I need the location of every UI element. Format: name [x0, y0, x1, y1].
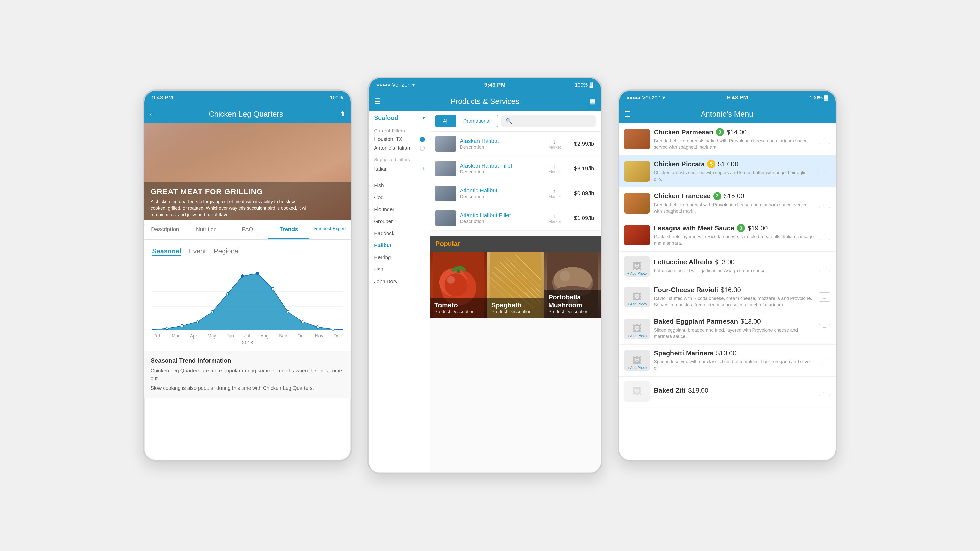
filter-btn-promotional[interactable]: Promotional [456, 115, 498, 127]
chart-tab-event[interactable]: Event [189, 247, 206, 256]
product-row-2[interactable]: Atlantic Halibut Description ↑ Market $0… [430, 181, 601, 206]
sidebar-item-john-dory[interactable]: John Dory [369, 275, 430, 287]
suggested-italian[interactable]: Italian + [374, 164, 425, 174]
sidebar-item-haddock[interactable]: Haddock [369, 227, 430, 240]
sidebar-item-herring[interactable]: Herring [369, 251, 430, 264]
tomato-overlay: Tomato Product Description [430, 298, 487, 318]
menu-photo-placeholder-5: 🖼 + Add Photo [624, 287, 650, 307]
phone2-time: 9:43 PM [484, 82, 505, 88]
tab-trends[interactable]: Trends [268, 221, 310, 239]
menu-name-row-4: Fettuccine Alfredo $13.00 [654, 258, 815, 266]
menu-desc-4: Fettuccine tossed with garlic in an Asia… [654, 268, 815, 274]
svg-point-20 [445, 273, 468, 297]
share-icon[interactable]: ⬆ [340, 110, 345, 118]
phone3-carrier: ●●●●● Verizon ▾ [627, 94, 665, 101]
menu-action-btn-3[interactable]: □ [819, 230, 830, 240]
svg-point-6 [181, 324, 183, 327]
menu-action-btn-1[interactable]: □ [819, 167, 830, 176]
svg-point-9 [226, 292, 229, 295]
tab-nutrition[interactable]: Nutrition [186, 221, 227, 239]
menu-info-0: Chicken Parmesan 3 $14.00 Breaded chicke… [654, 128, 815, 151]
menu-action-btn-0[interactable]: □ [819, 135, 830, 144]
chart-tab-regional[interactable]: Regional [213, 247, 240, 256]
product-row-3[interactable]: Atlantic Halibut Fillet Description ↑ Ma… [430, 206, 601, 230]
menu-item-6[interactable]: 🖼 + Add Photo Baked-Eggplant Parmesan $1… [619, 313, 835, 345]
filter-antonios[interactable]: Antonio's Italian [374, 144, 425, 152]
label-feb: Feb [153, 333, 161, 339]
popular-item-mushroom[interactable]: Portobella Mushroom Product Description [544, 252, 601, 318]
menu-item-3[interactable]: Lasagna with Meat Sauce 3 $19.00 Pasta s… [619, 219, 835, 251]
menu-action-8: □ [819, 387, 830, 396]
product-price-0: $2.99/lb. [565, 141, 596, 147]
popular-item-tomato[interactable]: Tomato Product Description [430, 252, 487, 318]
menu-action-btn-8[interactable]: □ [819, 387, 830, 396]
menu-photo-placeholder-8: 🖼 [624, 381, 650, 402]
sidebar-item-flounder[interactable]: Flounder [369, 203, 430, 216]
category-chevron: ▾ [422, 115, 425, 121]
menu-action-btn-4[interactable]: □ [819, 262, 830, 271]
add-photo-label-4[interactable]: + Add Photo [624, 272, 650, 275]
menu-photo-3 [624, 225, 650, 245]
product-row-1[interactable]: Alaskan Halibut Fillet Description ↓ Mar… [430, 156, 601, 181]
filter-radio-antonios[interactable] [420, 146, 425, 151]
sidebar-category-seafood[interactable]: Seafood ▾ [369, 111, 430, 124]
phone1-status-bar: 9:43 PM 100% [145, 91, 351, 105]
menu-action-5: □ [819, 292, 830, 302]
svg-point-13 [286, 310, 289, 313]
svg-point-50 [560, 271, 570, 281]
filter-btn-all[interactable]: All [435, 115, 456, 127]
menu-info-8: Baked Ziti $18.00 [654, 386, 815, 396]
menu-item-8[interactable]: 🖼 Baked Ziti $18.00 □ [619, 376, 835, 407]
add-filter-icon[interactable]: + [422, 165, 425, 172]
product-info-3: Atlantic Halibut Fillet Description [460, 212, 544, 224]
menu-item-7[interactable]: 🖼 + Add Photo Spaghetti Marinara $13.00 … [619, 345, 835, 376]
label-may: May [207, 333, 216, 339]
menu-name-row-2: Chicken Francese 2 $15.00 [654, 192, 815, 200]
filter-radio-houston[interactable] [420, 137, 425, 142]
product-price-2: $0.89/lb. [565, 190, 596, 197]
product-arrow-3: ↑ Market [549, 212, 561, 224]
add-photo-label-6[interactable]: + Add Photo [624, 334, 650, 338]
add-photo-label-7[interactable]: + Add Photo [624, 365, 650, 370]
product-img-1 [435, 161, 456, 176]
popular-item-spaghetti[interactable]: Spaghetti Product Description [487, 252, 544, 318]
hamburger-icon-3[interactable]: ☰ [624, 110, 631, 118]
hero-overlay: GREAT MEAT FOR GRILLING A chicken leg qu… [145, 182, 351, 221]
menu-badge-2: 2 [713, 192, 721, 200]
menu-item-0[interactable]: Chicken Parmesan 3 $14.00 Breaded chicke… [619, 124, 835, 156]
hamburger-icon[interactable]: ☰ [374, 97, 380, 106]
main-content: All Promotional 🔍 Alaskan Halibut Descri… [430, 111, 601, 472]
barcode-icon[interactable]: ▦ [589, 97, 596, 105]
back-icon[interactable]: ‹ [150, 110, 152, 118]
sidebar-item-fish[interactable]: Fish [369, 179, 430, 192]
menu-action-btn-7[interactable]: □ [819, 356, 830, 365]
add-photo-label-5[interactable]: + Add Photo [624, 302, 650, 306]
menu-desc-0: Breaded chicken breasts baked with Provo… [654, 138, 815, 151]
menu-info-6: Baked-Eggplant Parmesan $13.00 Sliced eg… [654, 318, 815, 340]
menu-desc-7: Spaghetti served with our classic blend … [654, 359, 815, 372]
phone1-hero-image: GREAT MEAT FOR GRILLING A chicken leg qu… [145, 124, 351, 221]
product-name-3: Atlantic Halibut Fillet [460, 212, 544, 219]
menu-item-2[interactable]: Chicken Francese 2 $15.00 Breaded chicke… [619, 187, 835, 219]
menu-name-7: Spaghetti Marinara [654, 349, 714, 357]
tab-faq[interactable]: FAQ [227, 221, 268, 239]
tab-description[interactable]: Description [145, 221, 186, 239]
menu-price-3: $19.00 [748, 224, 768, 232]
sidebar-item-grouper[interactable]: Grouper [369, 216, 430, 227]
menu-action-btn-5[interactable]: □ [819, 292, 830, 302]
chart-tab-seasonal[interactable]: Seasonal [152, 247, 181, 256]
sidebar-item-cod[interactable]: Cod [369, 192, 430, 203]
sidebar-item-ilish[interactable]: Ilish [369, 264, 430, 275]
sidebar-item-halibut[interactable]: Halibut [369, 240, 430, 251]
menu-item-4[interactable]: 🖼 + Add Photo Fettuccine Alfredo $13.00 … [619, 251, 835, 281]
menu-name-1: Chicken Piccata [654, 160, 705, 168]
label-nov: Nov [315, 333, 323, 339]
tab-request-expert[interactable]: Request Expert [309, 221, 351, 239]
chart-tabs: Seasonal Event Regional [152, 247, 343, 256]
menu-item-1[interactable]: Chicken Piccata 5 $17.00 Chicken breasts… [619, 156, 835, 187]
menu-action-btn-2[interactable]: □ [819, 199, 830, 208]
product-row-0[interactable]: Alaskan Halibut Description ↓ Market $2.… [430, 132, 601, 156]
menu-action-btn-6[interactable]: □ [819, 324, 830, 333]
menu-item-5[interactable]: 🖼 + Add Photo Four-Cheese Ravioli $16.00… [619, 281, 835, 313]
filter-houston[interactable]: Houston, TX [374, 135, 425, 144]
